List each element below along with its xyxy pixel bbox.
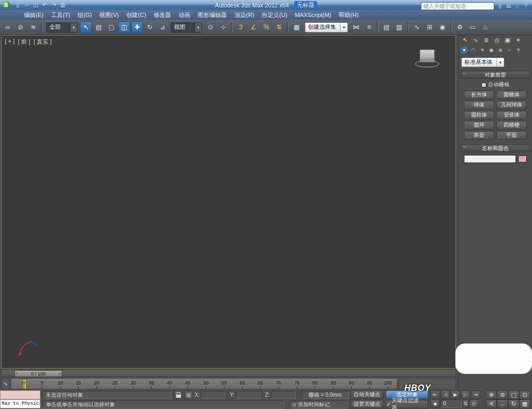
application-menu-button[interactable]: S [2,1,10,9]
teapot-button[interactable]: 茶壶 [464,131,494,140]
sphere-button[interactable]: 球体 [464,101,494,109]
zoom-icon[interactable]: ⊕ [486,390,497,399]
menu-graph-editors[interactable]: 图形编辑器 [194,10,231,20]
plane-button[interactable]: 平面 [496,131,527,140]
absolute-offset-mode-toggle[interactable]: ⊞ [184,391,193,399]
select-and-rotate-icon[interactable]: ↻ [144,21,156,34]
time-slider-thumb[interactable]: ‹ 0 / 100 › [14,370,62,377]
zoom-extents-icon[interactable]: ▢ [508,390,519,399]
tab-display-icon[interactable]: ▣ [503,36,512,44]
angle-snap-icon[interactable]: ∠ [247,21,260,34]
align-icon[interactable]: ≡ [363,21,375,34]
pan-view-icon[interactable]: ⇔ [497,399,508,408]
tab-create-icon[interactable]: ↖ [461,36,469,44]
previous-frame-arrow-icon[interactable]: ‹ [16,371,18,376]
maximize-viewport-toggle-icon[interactable]: ▦ [519,399,530,408]
add-time-tag-button[interactable]: ◷ 添加时间标记 [290,400,347,408]
select-and-move-icon[interactable]: ✚ [131,21,143,34]
x-coordinate-field[interactable] [201,391,226,399]
orbit-icon[interactable]: ↻ [508,399,519,408]
menu-tools[interactable]: 工具(T) [47,10,74,20]
geosphere-button[interactable]: 几何球体 [496,101,527,109]
mirror-icon[interactable]: ⋈ [350,21,362,34]
menu-help[interactable]: 帮助(H) [335,10,362,20]
select-and-scale-icon[interactable]: ⊿ [156,21,169,34]
viewport-pov-menu[interactable]: [ 前 ] [18,38,30,46]
object-name-input[interactable] [464,155,516,163]
viewport-front[interactable]: [ + ][ 前 ][ 真实 ] [1,35,456,369]
material-editor-icon[interactable]: ◉ [436,21,448,34]
new-scene-icon[interactable]: ▯ [13,1,22,9]
viewcube-ring-icon[interactable] [415,60,439,68]
menu-animation[interactable]: 动画 [175,10,194,20]
tab-hierarchy-icon[interactable]: ≣ [482,36,491,44]
select-by-name-icon[interactable]: ▤ [93,21,105,34]
play-animation-button[interactable]: ▶ [451,390,460,399]
object-category-dropdown[interactable]: 标准基本体 ▾ [461,58,504,67]
next-frame-arrow-icon[interactable]: › [59,371,61,376]
object-type-rollout-header[interactable]: − 对象类型 [461,71,530,79]
zoom-region-icon[interactable]: ∢ [486,399,497,408]
key-filters-button[interactable]: ✓ 关键点过滤器... [386,400,428,408]
bind-to-space-warp-icon[interactable]: ≋ [27,21,39,34]
select-and-manipulate-icon[interactable]: ⊹ [217,21,229,34]
auto-key-button[interactable]: 自动关键点 [351,390,384,399]
z-coordinate-field[interactable] [271,391,296,399]
tab-modify-icon[interactable]: ∿ [471,36,480,44]
zoom-extents-all-icon[interactable]: ⊡ [519,390,530,399]
render-setup-icon[interactable]: ⚙ [454,21,466,34]
graphite-modeling-icon[interactable]: ▧ [393,21,405,34]
favorites-icon[interactable]: ☆ [513,3,521,11]
menu-edit[interactable]: 编辑(E) [20,10,47,20]
selection-lock-toggle[interactable] [174,391,183,399]
menu-views[interactable]: 视图(V) [96,10,123,20]
menu-modifiers[interactable]: 修改器 [150,10,175,20]
viewport-shading-menu[interactable]: [ 真实 ] [34,38,52,46]
layer-manager-icon[interactable]: ▤ [380,21,393,34]
previous-frame-button[interactable]: ◁ [440,390,450,399]
render-production-icon[interactable]: ♨ [479,21,492,34]
rectangular-selection-region-icon[interactable]: ▢ [105,21,118,34]
box-button[interactable]: 长方体 [464,91,494,99]
category-geometry-icon[interactable]: ● [460,46,468,54]
go-to-start-button[interactable]: ⇤ [430,390,440,399]
percent-snap-icon[interactable]: % [260,21,272,34]
autogrid-checkbox[interactable] [481,83,486,87]
cone-button[interactable]: 圆锥体 [496,91,527,99]
edit-named-selection-sets-icon[interactable]: ▦ [290,21,303,34]
schematic-view-icon[interactable]: ⊞ [423,21,436,34]
help-icon[interactable]: ? [521,3,530,11]
set-key-button[interactable]: 设置关键点 [351,400,384,408]
go-to-end-button[interactable]: ⇥ [471,390,480,399]
time-configuration-button[interactable]: ◴ [469,399,479,408]
undo-icon[interactable]: ↶ [40,1,49,9]
y-coordinate-field[interactable] [236,391,261,399]
name-color-rollout-header[interactable]: − 名称和颜色 [461,144,530,152]
category-space-warps-icon[interactable]: ≈ [505,46,513,54]
save-file-icon[interactable]: ◫ [31,1,40,9]
named-selection-sets-dropdown[interactable]: 创建选择集 ▾ [305,22,348,32]
communication-center-icon[interactable]: ✉ [504,3,513,11]
menu-rendering[interactable]: 渲染(R) [231,10,258,20]
select-and-link-icon[interactable]: ∞ [2,21,14,34]
window-crossing-icon[interactable]: ◫ [118,21,130,34]
category-lights-icon[interactable]: ☀ [478,46,486,54]
menu-maxscript[interactable]: MAXScript(M) [291,10,335,20]
unlink-selection-icon[interactable]: ⊘ [14,21,27,34]
rendered-frame-window-icon[interactable]: ▭ [467,21,479,34]
object-color-swatch[interactable] [518,156,527,162]
curve-editor-icon[interactable]: ∿ [411,21,423,34]
macro-recorder-field[interactable] [0,390,40,399]
maxscript-mini-listener[interactable]: Max to Physics ( [0,399,40,408]
tab-motion-icon[interactable]: ◎ [493,36,501,44]
category-helpers-icon[interactable]: ⊕ [496,46,504,54]
menu-customize[interactable]: 自定义(U) [258,10,291,20]
spinner-snap-icon[interactable]: ⇅ [273,21,285,34]
current-frame-field[interactable]: 0 [440,399,462,408]
tube-button[interactable]: 管状体 [496,111,527,119]
time-slider-track[interactable]: ‹ 0 / 100 › [1,370,456,377]
redo-icon[interactable]: ↷ [49,1,58,9]
selection-filter-dropdown[interactable]: 全部 ▾ [46,22,78,32]
infocenter-search-input[interactable] [421,2,494,10]
open-file-icon[interactable]: ▱ [22,1,31,9]
